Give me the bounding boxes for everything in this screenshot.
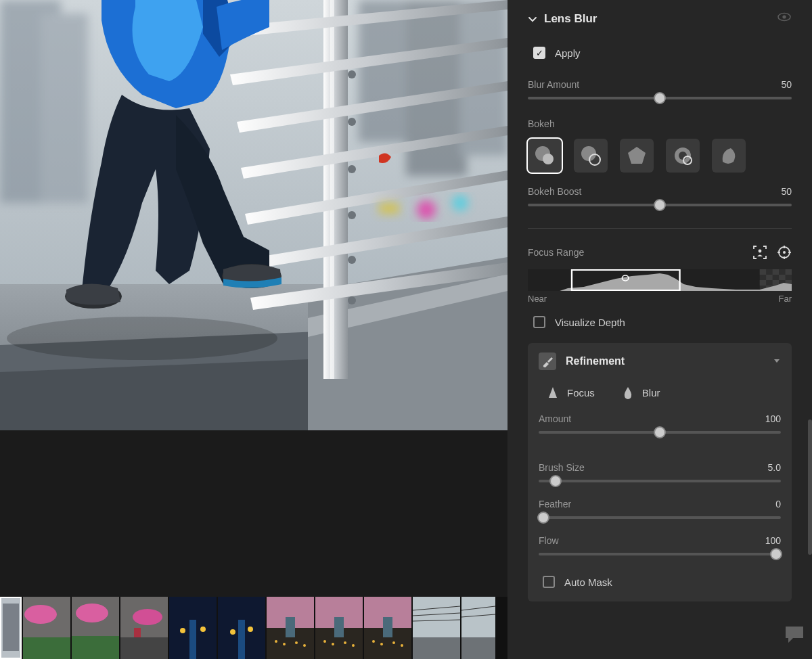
brush-size-label: Brush Size xyxy=(539,462,585,473)
svg-rect-78 xyxy=(413,637,460,659)
depth-histogram[interactable] xyxy=(528,269,792,291)
blur-mode-label: Blur xyxy=(642,387,660,399)
svg-rect-37 xyxy=(23,637,70,659)
bokeh-shape-pentagon[interactable] xyxy=(620,139,654,173)
slider-thumb[interactable] xyxy=(770,548,782,560)
filmstrip-thumb[interactable] xyxy=(413,597,460,659)
feather-value[interactable]: 0 xyxy=(775,499,781,509)
comment-icon[interactable] xyxy=(781,622,808,647)
filmstrip[interactable] xyxy=(0,597,508,659)
svg-point-91 xyxy=(679,152,687,160)
flow-slider[interactable]: Flow 100 xyxy=(539,528,781,565)
feather-label: Feather xyxy=(539,499,571,509)
svg-point-22 xyxy=(348,118,356,126)
svg-point-57 xyxy=(283,643,286,645)
svg-rect-2 xyxy=(41,14,88,203)
slider-thumb[interactable] xyxy=(654,426,666,438)
focus-mode-label: Focus xyxy=(567,387,595,399)
refine-amount-value[interactable]: 100 xyxy=(765,413,781,424)
filmstrip-thumb[interactable] xyxy=(267,597,314,659)
bokeh-boost-value[interactable]: 50 xyxy=(781,186,792,197)
bokeh-label: Bokeh xyxy=(528,109,792,136)
triangle-down-icon[interactable] xyxy=(773,355,781,367)
filmstrip-thumb[interactable] xyxy=(218,597,265,659)
focus-range-row: Focus Range xyxy=(528,242,792,269)
bokeh-shape-blade[interactable] xyxy=(712,139,746,173)
bokeh-shape-ring-thick[interactable] xyxy=(666,139,700,173)
slider-track[interactable] xyxy=(539,553,781,555)
brush-icon xyxy=(539,353,556,370)
filmstrip-thumb[interactable] xyxy=(461,597,495,659)
check-icon: ✓ xyxy=(536,49,543,58)
blur-amount-value[interactable]: 50 xyxy=(781,79,792,90)
svg-rect-105 xyxy=(766,275,772,280)
apply-checkbox-row[interactable]: ✓ Apply xyxy=(528,35,792,72)
slider-track[interactable] xyxy=(539,516,781,519)
slider-track[interactable] xyxy=(539,431,781,434)
blur-mode-button[interactable]: Blur xyxy=(622,385,660,400)
filmstrip-thumb[interactable] xyxy=(120,597,168,659)
refinement-header[interactable]: Refinement xyxy=(539,353,781,370)
bokeh-shape-row xyxy=(528,136,792,179)
filmstrip-thumb[interactable] xyxy=(169,597,217,659)
far-label: Far xyxy=(779,294,792,304)
filmstrip-thumb[interactable] xyxy=(0,597,22,659)
canvas-empty-area xyxy=(0,430,508,597)
point-focus-icon[interactable] xyxy=(777,245,792,260)
bokeh-shape-circle[interactable] xyxy=(528,139,562,173)
main-image-viewport[interactable] xyxy=(0,0,508,430)
panel-scrollbar-thumb[interactable] xyxy=(808,419,812,555)
svg-rect-34 xyxy=(3,604,19,651)
brush-size-slider[interactable]: Brush Size 5.0 xyxy=(539,455,781,492)
divider xyxy=(528,228,792,229)
svg-point-23 xyxy=(348,165,356,173)
slider-track[interactable] xyxy=(528,204,792,206)
svg-rect-12 xyxy=(323,0,348,379)
slider-thumb[interactable] xyxy=(549,475,562,487)
svg-point-86 xyxy=(543,154,554,164)
apply-checkbox[interactable]: ✓ xyxy=(533,47,545,59)
svg-point-70 xyxy=(372,640,375,643)
svg-point-48 xyxy=(200,627,206,632)
brush-size-value[interactable]: 5.0 xyxy=(768,462,781,473)
focus-mode-button[interactable]: Focus xyxy=(547,385,595,400)
svg-rect-50 xyxy=(238,620,245,659)
flow-value[interactable]: 100 xyxy=(765,535,781,546)
slider-thumb[interactable] xyxy=(537,512,549,524)
svg-rect-13 xyxy=(330,0,334,379)
bokeh-shape-ring[interactable] xyxy=(574,139,608,173)
filmstrip-thumb[interactable] xyxy=(364,597,411,659)
svg-point-52 xyxy=(248,627,253,632)
refine-amount-slider[interactable]: Amount 100 xyxy=(539,407,781,443)
filmstrip-thumb[interactable] xyxy=(315,597,363,659)
svg-rect-103 xyxy=(773,269,779,275)
near-label: Near xyxy=(528,294,547,304)
panel-header-lens-blur[interactable]: Lens Blur xyxy=(528,0,792,35)
lens-blur-panel: Lens Blur ✓ Apply Blur Amount 50 Bokeh xyxy=(508,0,812,659)
focus-range-label: Focus Range xyxy=(528,247,584,258)
svg-marker-89 xyxy=(628,147,646,164)
filmstrip-thumb[interactable] xyxy=(23,597,70,659)
slider-thumb[interactable] xyxy=(654,199,666,211)
auto-mask-checkbox[interactable] xyxy=(543,576,555,588)
bokeh-boost-slider[interactable]: Bokeh Boost 50 xyxy=(528,179,792,216)
svg-point-71 xyxy=(380,643,383,645)
svg-rect-107 xyxy=(760,280,766,286)
panel-title: Lens Blur xyxy=(544,12,597,26)
visualize-depth-row[interactable]: Visualize Depth xyxy=(528,313,792,340)
near-far-labels: Near Far xyxy=(528,294,792,304)
slider-thumb[interactable] xyxy=(654,92,666,104)
svg-rect-69 xyxy=(383,617,392,637)
svg-point-58 xyxy=(295,641,298,644)
visibility-eye-icon[interactable] xyxy=(777,9,792,28)
filmstrip-thumb[interactable] xyxy=(72,597,119,659)
slider-track[interactable] xyxy=(528,97,792,99)
blur-amount-slider[interactable]: Blur Amount 50 xyxy=(528,72,792,109)
svg-point-25 xyxy=(348,256,356,264)
feather-slider[interactable]: Feather 0 xyxy=(539,492,781,528)
slider-track[interactable] xyxy=(539,480,781,482)
subject-focus-icon[interactable] xyxy=(752,245,767,260)
visualize-depth-checkbox[interactable] xyxy=(533,316,545,328)
auto-mask-row[interactable]: Auto Mask xyxy=(539,565,781,588)
bokeh-boost-label: Bokeh Boost xyxy=(528,186,581,197)
